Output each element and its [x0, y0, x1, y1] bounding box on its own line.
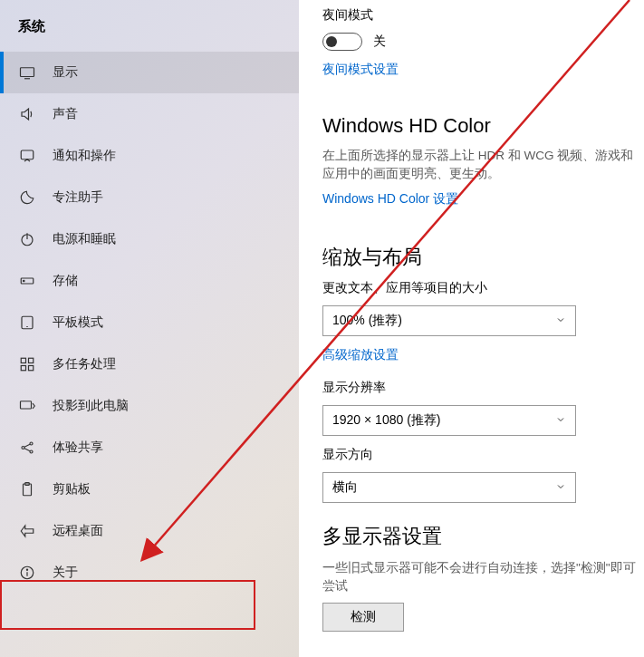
resolution-label: 显示分辨率 [322, 380, 644, 396]
sidebar-item-label: 剪贴板 [53, 481, 91, 498]
clipboard-icon [18, 480, 36, 498]
resolution-select[interactable]: 1920 × 1080 (推荐) [322, 405, 576, 436]
svg-rect-0 [21, 68, 34, 77]
sidebar-item-label: 显示 [53, 64, 78, 81]
share-icon [18, 439, 36, 457]
sidebar-item-notifications[interactable]: 通知和操作 [0, 135, 299, 177]
sidebar-item-project[interactable]: 投影到此电脑 [0, 385, 299, 427]
detect-button[interactable]: 检测 [322, 603, 404, 632]
orientation-select[interactable]: 横向 [322, 472, 576, 503]
sidebar-item-focus[interactable]: 专注助手 [0, 177, 299, 218]
sidebar-item-label: 存储 [53, 273, 78, 289]
sidebar-item-storage[interactable]: 存储 [0, 260, 299, 302]
svg-rect-10 [29, 358, 34, 362]
svg-point-16 [30, 450, 33, 453]
chevron-down-icon [555, 480, 566, 495]
sidebar-item-label: 通知和操作 [53, 148, 116, 164]
display-icon [18, 63, 36, 82]
sidebar-item-label: 多任务处理 [53, 356, 116, 372]
svg-point-14 [22, 447, 24, 449]
orientation-label: 显示方向 [322, 447, 644, 463]
sidebar-item-remote[interactable]: 远程桌面 [0, 510, 299, 552]
storage-icon [18, 272, 36, 290]
content-panel: 夜间模式 关 夜间模式设置 Windows HD Color 在上面所选择的显示… [299, 0, 644, 657]
multi-display-title: 多显示器设置 [322, 523, 644, 550]
sidebar: 系统 显示 声音 通知和操作 专注助手 电源和睡眠 存储 平板模式 [0, 0, 299, 657]
hdcolor-desc: 在上面所选择的显示器上让 HDR 和 WCG 视频、游戏和应用中的画面更明亮、更… [322, 147, 644, 184]
sidebar-item-label: 电源和睡眠 [53, 231, 116, 247]
sidebar-item-label: 体验共享 [53, 440, 103, 456]
hdcolor-title: Windows HD Color [322, 114, 644, 138]
power-icon [18, 230, 36, 248]
sidebar-item-multitask[interactable]: 多任务处理 [0, 343, 299, 385]
svg-point-6 [24, 280, 25, 282]
orientation-value: 横向 [332, 479, 358, 496]
sidebar-item-label: 平板模式 [53, 314, 103, 331]
advanced-scale-link[interactable]: 高级缩放设置 [322, 347, 399, 363]
scale-label: 更改文本、应用等项目的大小 [322, 280, 644, 296]
multitask-icon [18, 355, 36, 373]
sidebar-item-display[interactable]: 显示 [0, 52, 299, 93]
about-icon [18, 564, 36, 582]
sidebar-item-label: 声音 [53, 106, 78, 122]
svg-rect-13 [21, 401, 32, 409]
sidebar-item-label: 远程桌面 [53, 523, 103, 539]
sidebar-header: 系统 [0, 11, 299, 52]
project-icon [18, 397, 36, 415]
remote-icon [18, 522, 36, 540]
sidebar-item-label: 投影到此电脑 [53, 398, 129, 414]
svg-rect-12 [29, 366, 34, 371]
svg-line-18 [24, 449, 30, 451]
notifications-icon [18, 147, 36, 165]
tablet-icon [18, 314, 36, 332]
sidebar-item-about[interactable]: 关于 [0, 552, 299, 594]
night-mode-toggle[interactable] [322, 33, 362, 51]
svg-point-23 [26, 569, 27, 570]
svg-rect-11 [21, 366, 25, 371]
sidebar-item-label: 关于 [53, 565, 78, 581]
resolution-value: 1920 × 1080 (推荐) [332, 412, 440, 429]
sidebar-item-power[interactable]: 电源和睡眠 [0, 218, 299, 260]
sidebar-item-tablet[interactable]: 平板模式 [0, 302, 299, 343]
scale-title: 缩放与布局 [322, 244, 644, 271]
svg-rect-9 [21, 358, 25, 362]
sidebar-item-share[interactable]: 体验共享 [0, 427, 299, 469]
focus-icon [18, 188, 36, 207]
night-mode-settings-link[interactable]: 夜间模式设置 [322, 62, 399, 78]
svg-rect-2 [21, 150, 34, 159]
night-mode-state: 关 [373, 34, 386, 50]
chevron-down-icon [555, 314, 566, 328]
svg-point-15 [30, 442, 33, 445]
sound-icon [18, 105, 36, 123]
hdcolor-settings-link[interactable]: Windows HD Color 设置 [322, 191, 458, 208]
sidebar-item-label: 专注助手 [53, 189, 103, 206]
sidebar-item-clipboard[interactable]: 剪贴板 [0, 469, 299, 510]
scale-select[interactable]: 100% (推荐) [322, 305, 576, 336]
night-mode-label: 夜间模式 [322, 7, 644, 24]
chevron-down-icon [555, 413, 566, 428]
sidebar-item-sound[interactable]: 声音 [0, 93, 299, 135]
svg-line-17 [24, 444, 30, 447]
multi-display-desc: 一些旧式显示器可能不会进行自动连接，选择"检测"即可尝试 [322, 559, 644, 596]
scale-value: 100% (推荐) [332, 313, 402, 329]
